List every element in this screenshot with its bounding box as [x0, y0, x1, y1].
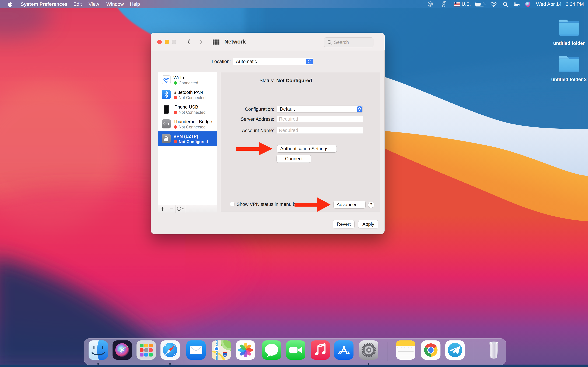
svg-text:280: 280 — [223, 354, 226, 357]
